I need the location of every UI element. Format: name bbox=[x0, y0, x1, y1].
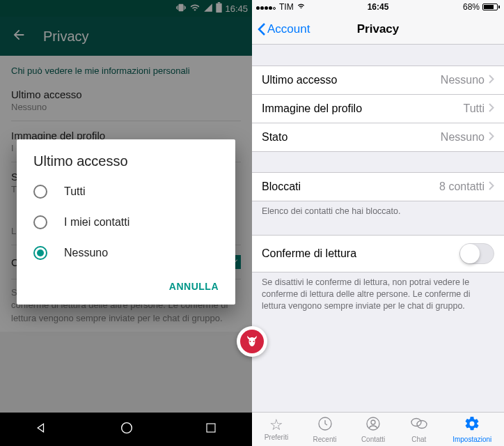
back-button[interactable]: Account bbox=[258, 22, 310, 36]
tab-label: Contatti bbox=[361, 436, 385, 443]
tab-chat[interactable]: Chat bbox=[410, 415, 428, 443]
read-receipts-footer: Se disattivi le conferme di lettura, non… bbox=[252, 272, 504, 317]
nav-title: Privacy bbox=[357, 22, 400, 36]
gear-icon bbox=[464, 415, 480, 435]
cell-value: Tutti bbox=[463, 102, 485, 115]
tab-label: Recenti bbox=[313, 436, 337, 443]
blocked-caption: Elenco dei contatti che hai bloccato. bbox=[252, 201, 504, 222]
radio-option-tutti[interactable]: Tutti bbox=[17, 176, 235, 207]
radio-checked-icon bbox=[33, 246, 47, 260]
android-screen: 16:45 Privacy Chi può vedere le mie info… bbox=[0, 0, 252, 446]
chat-icon bbox=[410, 415, 428, 435]
svg-rect-3 bbox=[207, 424, 215, 432]
ios-status-bar: TIM 16:45 68% bbox=[252, 0, 504, 14]
group-read-receipts: Conferme di lettura Se disattivi le conf… bbox=[252, 235, 504, 317]
tab-settings[interactable]: Impostazioni bbox=[452, 415, 491, 443]
cell-value: 8 contatti bbox=[439, 180, 485, 193]
status-time: 16:45 bbox=[368, 2, 389, 12]
svg-point-6 bbox=[371, 420, 375, 424]
group-privacy: Ultimo accesso Nessuno Immagine del prof… bbox=[252, 66, 504, 152]
clock-icon bbox=[317, 415, 333, 435]
row-read-receipts: Conferme di lettura bbox=[252, 235, 504, 272]
cell-value: Nessuno bbox=[441, 131, 485, 144]
row-blocked[interactable]: Bloccati 8 contatti bbox=[252, 172, 504, 201]
radio-unchecked-icon bbox=[33, 185, 47, 199]
row-last-seen[interactable]: Ultimo accesso Nessuno bbox=[252, 66, 504, 95]
radio-option-nessuno[interactable]: Nessuno bbox=[17, 238, 235, 268]
battery-pct: 68% bbox=[463, 2, 480, 12]
cell-label: Stato bbox=[262, 131, 288, 144]
ios-navbar: Account Privacy bbox=[252, 14, 504, 45]
cell-label: Ultimo accesso bbox=[262, 74, 337, 86]
svg-point-7 bbox=[411, 419, 421, 426]
svg-point-10 bbox=[253, 341, 255, 342]
svg-point-8 bbox=[417, 421, 427, 429]
nav-back-icon[interactable] bbox=[35, 421, 49, 438]
row-status[interactable]: Stato Nessuno bbox=[252, 123, 504, 152]
bull-icon bbox=[240, 330, 264, 353]
nav-home-icon[interactable] bbox=[119, 420, 134, 438]
contact-icon bbox=[365, 415, 381, 435]
wifi-icon bbox=[297, 2, 306, 12]
star-icon: ☆ bbox=[269, 417, 283, 433]
dialog-title: Ultimo accesso bbox=[17, 139, 235, 176]
cancel-button[interactable]: ANNULLA bbox=[161, 274, 227, 299]
tab-favorites[interactable]: ☆ Preferiti bbox=[265, 417, 288, 441]
back-label: Account bbox=[267, 22, 310, 36]
toggle-switch-off[interactable] bbox=[459, 243, 494, 264]
tab-label: Impostazioni bbox=[452, 436, 491, 443]
battery-icon bbox=[482, 3, 500, 10]
radio-label: I miei contatti bbox=[64, 216, 129, 229]
radio-label: Nessuno bbox=[64, 247, 108, 259]
ios-screen: TIM 16:45 68% Account Privacy Ultimo acc… bbox=[252, 0, 504, 446]
ios-tabbar: ☆ Preferiti Recenti Contatti Chat Impo bbox=[252, 412, 504, 446]
cell-value: Nessuno bbox=[441, 74, 485, 86]
radio-label: Tutti bbox=[64, 185, 86, 198]
carrier-label: TIM bbox=[279, 2, 294, 12]
chevron-right-icon bbox=[489, 180, 494, 193]
chevron-right-icon bbox=[489, 102, 494, 115]
tab-contacts[interactable]: Contatti bbox=[361, 415, 385, 443]
signal-dots-icon bbox=[256, 2, 276, 12]
svg-point-9 bbox=[250, 341, 251, 342]
radio-unchecked-icon bbox=[33, 215, 47, 229]
dialog-last-seen: Ultimo accesso Tutti I miei contatti Nes… bbox=[17, 139, 235, 305]
group-blocked: Bloccati 8 contatti Elenco dei contatti … bbox=[252, 172, 504, 222]
cell-label: Immagine del profilo bbox=[262, 102, 362, 115]
tab-recents[interactable]: Recenti bbox=[313, 415, 337, 443]
nav-recent-icon[interactable] bbox=[205, 422, 217, 437]
tab-label: Chat bbox=[411, 436, 426, 443]
cell-label: Conferme di lettura bbox=[262, 247, 356, 260]
tab-label: Preferiti bbox=[265, 433, 288, 441]
chevron-right-icon bbox=[489, 74, 494, 86]
radio-option-contatti[interactable]: I miei contatti bbox=[17, 207, 235, 238]
row-profile-photo[interactable]: Immagine del profilo Tutti bbox=[252, 94, 504, 123]
watermark-badge bbox=[237, 326, 267, 357]
cell-label: Bloccati bbox=[262, 180, 301, 193]
android-navbar bbox=[0, 413, 252, 446]
chevron-right-icon bbox=[489, 131, 494, 144]
svg-point-2 bbox=[122, 423, 132, 433]
